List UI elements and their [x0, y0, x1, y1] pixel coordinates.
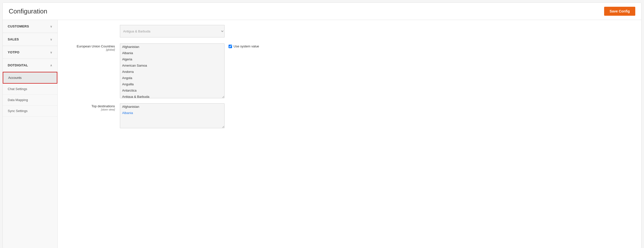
eu-option-afghanistan: Afghanistan [120, 44, 224, 50]
top-destinations-label: Top destinations [store view] [65, 103, 120, 111]
top-destinations-select[interactable]: Afghanistan Albania [120, 103, 224, 128]
save-config-button[interactable]: Save Config [604, 7, 635, 16]
content-area: CUSTOMERS ∨ SALES ∨ YOTPO ∨ DOTDIGITAL ∧… [3, 20, 641, 248]
sidebar-section-dotdigital-label: DOTDIGITAL [8, 63, 28, 67]
eu-option-antarctica: Antarctica [120, 87, 224, 94]
eu-option-angola: Angola [120, 75, 224, 81]
eu-countries-options: Afghanistan Albania Algeria American Sam… [120, 43, 634, 98]
eu-countries-label: European Union Countries [global] [65, 43, 120, 51]
sidebar-section-yotpo[interactable]: YOTPO ∨ [3, 46, 57, 59]
sidebar-section-customers[interactable]: CUSTOMERS ∨ [3, 20, 57, 33]
top-country-options: Antigua & Barbuda Argentina [120, 25, 634, 38]
dest-option-afghanistan: Afghanistan [120, 104, 224, 110]
eu-option-albania: Albania [120, 50, 224, 56]
eu-countries-field: European Union Countries [global] Afghan… [65, 43, 634, 98]
top-destinations-options: Afghanistan Albania [120, 103, 634, 128]
top-country-field: Antigua & Barbuda Argentina [65, 25, 634, 38]
eu-countries-select[interactable]: Afghanistan Albania Algeria American Sam… [120, 43, 224, 98]
eu-option-andorra: Andorra [120, 69, 224, 75]
sidebar-section-dotdigital[interactable]: DOTDIGITAL ∧ [3, 59, 57, 72]
page-title: Configuration [9, 8, 47, 15]
dotdigital-chevron-icon: ∧ [50, 64, 52, 67]
use-system-value-label[interactable]: Use system value [228, 44, 259, 48]
customers-chevron-icon: ∨ [50, 25, 52, 28]
sidebar: CUSTOMERS ∨ SALES ∨ YOTPO ∨ DOTDIGITAL ∧… [3, 20, 58, 248]
sidebar-item-accounts[interactable]: Accounts [3, 72, 57, 84]
yotpo-chevron-icon: ∨ [50, 51, 52, 54]
top-destinations-field: Top destinations [store view] Afghanista… [65, 103, 634, 128]
eu-option-american-samoa: American Samoa [120, 62, 224, 69]
use-system-value-checkbox[interactable] [228, 45, 232, 48]
page-wrapper: Configuration Save Config CUSTOMERS ∨ SA… [2, 3, 642, 248]
top-country-select[interactable]: Antigua & Barbuda Argentina [120, 25, 224, 38]
dest-option-albania: Albania [120, 110, 224, 116]
top-country-label [65, 25, 120, 26]
eu-option-algeria: Algeria [120, 56, 224, 62]
sidebar-section-customers-label: CUSTOMERS [8, 25, 29, 28]
page-header: Configuration Save Config [3, 3, 641, 20]
sidebar-section-yotpo-label: YOTPO [8, 50, 20, 54]
sidebar-item-data-mapping[interactable]: Data Mapping [3, 95, 57, 106]
sidebar-item-chat-settings[interactable]: Chat Settings [3, 84, 57, 95]
eu-option-antigua: Antigua & Barbuda [120, 94, 224, 98]
eu-option-anguilla: Anguilla [120, 81, 224, 87]
main-content: Antigua & Barbuda Argentina European Uni… [58, 20, 641, 248]
sidebar-item-sync-settings[interactable]: Sync Settings [3, 106, 57, 117]
sidebar-section-sales[interactable]: SALES ∨ [3, 33, 57, 46]
sales-chevron-icon: ∨ [50, 38, 52, 41]
sidebar-section-sales-label: SALES [8, 38, 19, 41]
use-system-value-text: Use system value [234, 44, 259, 48]
